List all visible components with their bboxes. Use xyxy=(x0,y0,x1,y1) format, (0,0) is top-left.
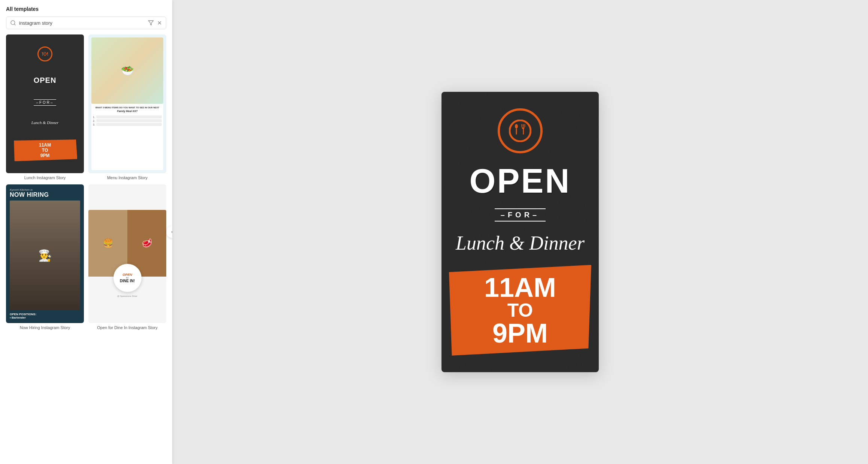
close-icon[interactable] xyxy=(157,20,162,25)
svg-rect-8 xyxy=(523,124,524,127)
svg-rect-9 xyxy=(522,124,522,127)
preview-open-text: OPEN xyxy=(469,164,571,198)
svg-marker-2 xyxy=(148,21,153,25)
template-label-lunch: Lunch Instagram Story xyxy=(6,175,84,180)
template-thumb-dinein[interactable]: 🍔 🥩 OPEN for DINE IN! @ Spacezone Diner xyxy=(88,184,166,323)
menu-preview: 🥗 WHAT 3 MENU ITEMS DO YOU WANT TO SEE I… xyxy=(88,34,166,173)
preview-time-line1: 11AM xyxy=(456,274,584,301)
hiring-preview: Kyoshi Kitchen is NOW HIRING 👨‍🍳 OPEN PO… xyxy=(6,184,84,323)
search-input[interactable] xyxy=(19,20,145,26)
preview-orange-brush: 11AM TO 9PM xyxy=(449,265,591,356)
lunch-open-text: OPEN xyxy=(34,76,57,85)
preview-card[interactable]: OPEN –FOR– Lunch & Dinner 11AM TO 9PM xyxy=(441,92,599,372)
svg-rect-11 xyxy=(523,129,524,135)
svg-rect-7 xyxy=(516,129,517,135)
menu-bottom: WHAT 3 MENU ITEMS DO YOU WANT TO SEE IN … xyxy=(91,104,163,170)
lunch-script-text: Lunch & Dinner xyxy=(31,120,59,125)
template-item-dinein[interactable]: 🍔 🥩 OPEN for DINE IN! @ Spacezone Diner … xyxy=(88,184,166,330)
template-item-menu[interactable]: 🥗 WHAT 3 MENU ITEMS DO YOU WANT TO SEE I… xyxy=(88,34,166,180)
template-item-hiring[interactable]: Kyoshi Kitchen is NOW HIRING 👨‍🍳 OPEN PO… xyxy=(6,184,84,330)
templates-grid: 🍽 OPEN –FOR– Lunch & Dinner 11AM TO 9PM … xyxy=(6,34,166,330)
collapse-panel-button[interactable] xyxy=(166,226,172,238)
panel-title: All templates xyxy=(6,6,166,12)
svg-rect-10 xyxy=(525,124,525,127)
lunch-icon-circle: 🍽 xyxy=(37,46,52,61)
preview-for-text: –FOR– xyxy=(495,208,546,222)
filter-icon[interactable] xyxy=(148,20,154,26)
preview-time-wrap: 11AM TO 9PM xyxy=(449,265,591,356)
preview-time-line3: 9PM xyxy=(456,320,584,347)
template-thumb-lunch[interactable]: 🍽 OPEN –FOR– Lunch & Dinner 11AM TO 9PM xyxy=(6,34,84,173)
preview-script-text: Lunch & Dinner xyxy=(456,232,585,254)
menu-food-top: 🥗 xyxy=(91,37,163,104)
preview-icon-circle xyxy=(498,108,543,153)
template-label-menu: Menu Instagram Story xyxy=(88,175,166,180)
svg-point-5 xyxy=(510,120,531,141)
search-icon xyxy=(10,20,16,26)
template-label-dinein: Open for Dine In Instagram Story xyxy=(88,325,166,330)
dinein-preview: 🍔 🥩 OPEN for DINE IN! @ Spacezone Diner xyxy=(88,184,166,323)
svg-point-6 xyxy=(515,124,518,129)
template-thumb-menu[interactable]: 🥗 WHAT 3 MENU ITEMS DO YOU WANT TO SEE I… xyxy=(88,34,166,173)
svg-line-1 xyxy=(14,24,15,25)
left-panel: All templates 🍽 OPEN –FOR– Lunch & Dinne… xyxy=(0,0,172,464)
template-thumb-hiring[interactable]: Kyoshi Kitchen is NOW HIRING 👨‍🍳 OPEN PO… xyxy=(6,184,84,323)
preview-time-line2: TO xyxy=(456,301,584,320)
lunch-preview: 🍽 OPEN –FOR– Lunch & Dinner 11AM TO 9PM xyxy=(6,34,84,173)
template-label-hiring: Now Hiring Instagram Story xyxy=(6,325,84,330)
template-item-lunch[interactable]: 🍽 OPEN –FOR– Lunch & Dinner 11AM TO 9PM … xyxy=(6,34,84,180)
search-bar xyxy=(6,16,166,29)
main-canvas: OPEN –FOR– Lunch & Dinner 11AM TO 9PM xyxy=(172,0,868,464)
lunch-for-text: –FOR– xyxy=(34,99,56,106)
lunch-time-box: 11AM TO 9PM xyxy=(13,139,78,161)
